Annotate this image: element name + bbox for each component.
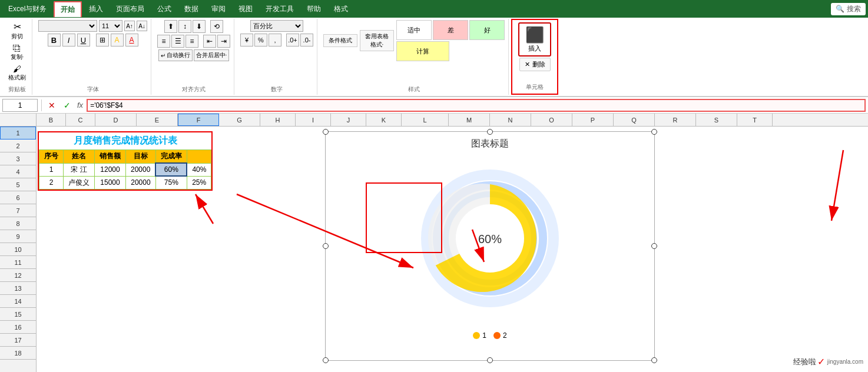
cut-button[interactable]: ✂ 剪切 xyxy=(9,20,25,42)
row-hdr-13[interactable]: 13 xyxy=(0,282,36,295)
align-bottom-button[interactable]: ⬇ xyxy=(193,20,206,33)
format-painter-button[interactable]: 🖌 格式刷 xyxy=(6,63,28,83)
cell-r2-target[interactable]: 20000 xyxy=(126,176,156,189)
row-hdr-1[interactable]: 1 xyxy=(0,127,36,140)
col-header-N[interactable]: N xyxy=(490,114,531,126)
chart-handle-br[interactable] xyxy=(651,357,657,363)
style-normal[interactable]: 适中 xyxy=(396,20,432,40)
chart-handle-tm[interactable] xyxy=(487,129,493,135)
row-hdr-6[interactable]: 6 xyxy=(0,191,36,204)
font-size-increase-button[interactable]: A↑ xyxy=(124,21,135,31)
align-top-button[interactable]: ⬆ xyxy=(164,20,177,33)
insert-big-button[interactable]: ⬛ 插入 xyxy=(518,22,551,57)
tab-format[interactable]: 格式 xyxy=(328,2,354,16)
indent-inc-button[interactable]: ⇥ xyxy=(217,35,230,48)
font-size-select[interactable]: 11 xyxy=(99,20,122,32)
tab-data[interactable]: 数据 xyxy=(178,2,204,16)
col-header-I[interactable]: I xyxy=(296,114,331,126)
merge-center-button[interactable]: 合并后居中· xyxy=(194,49,230,61)
row-hdr-16[interactable]: 16 xyxy=(0,321,36,334)
percent-button[interactable]: % xyxy=(254,34,267,46)
cell-r2-rate[interactable]: 75% xyxy=(155,176,187,189)
cell-r1-sales[interactable]: 12000 xyxy=(95,163,126,176)
tab-review[interactable]: 审阅 xyxy=(206,2,231,16)
col-header-S[interactable]: S xyxy=(696,114,737,126)
row-hdr-2[interactable]: 2 xyxy=(0,140,36,152)
decrease-decimal-button[interactable]: .0- xyxy=(300,34,313,46)
underline-button[interactable]: U xyxy=(77,34,90,46)
font-size-decrease-button[interactable]: A↓ xyxy=(137,21,147,31)
col-header-M[interactable]: M xyxy=(449,114,490,126)
increase-decimal-button[interactable]: .0+ xyxy=(286,34,299,46)
chart-handle-bl[interactable] xyxy=(323,357,329,363)
col-header-L[interactable]: L xyxy=(402,114,449,126)
col-header-H[interactable]: H xyxy=(260,114,296,126)
conditional-format-button[interactable]: 条件格式 xyxy=(323,34,357,47)
formula-cancel-button[interactable]: ✕ xyxy=(45,99,58,112)
fill-color-button[interactable]: A xyxy=(111,34,124,46)
chart-handle-tl[interactable] xyxy=(323,129,329,135)
col-header-F[interactable]: F xyxy=(178,114,219,126)
cell-r1-num[interactable]: 1 xyxy=(39,163,64,176)
italic-button[interactable]: I xyxy=(62,34,75,46)
tab-formula[interactable]: 公式 xyxy=(151,2,177,16)
cell-r2-extra[interactable]: 25% xyxy=(187,176,211,189)
tab-home[interactable]: 开始 xyxy=(54,1,82,17)
cell-r1-target[interactable]: 20000 xyxy=(126,163,156,176)
row-hdr-5[interactable]: 5 xyxy=(0,178,36,191)
font-color-button[interactable]: A xyxy=(125,34,138,46)
formula-input[interactable] xyxy=(87,99,866,112)
auto-wrap-button[interactable]: ↵ 自动换行 xyxy=(158,49,193,61)
row-hdr-17[interactable]: 17 xyxy=(0,334,36,347)
number-format-select[interactable]: 百分比 xyxy=(250,20,303,32)
row-hdr-9[interactable]: 9 xyxy=(0,230,36,243)
delete-button[interactable]: ✕ 删除 xyxy=(519,58,551,71)
col-header-C[interactable]: C xyxy=(66,114,95,126)
col-header-P[interactable]: P xyxy=(572,114,614,126)
col-header-J[interactable]: J xyxy=(331,114,366,126)
align-right-button[interactable]: ≡ xyxy=(185,35,198,48)
row-hdr-18[interactable]: 18 xyxy=(0,347,36,360)
col-header-D[interactable]: D xyxy=(95,114,137,126)
cell-r1-extra[interactable]: 40% xyxy=(187,163,211,176)
chart-handle-bm[interactable] xyxy=(487,357,493,363)
cell-r1-name[interactable]: 宋 江 xyxy=(64,163,95,176)
bold-button[interactable]: B xyxy=(48,34,61,46)
align-middle-button[interactable]: ↕ xyxy=(178,20,191,33)
tab-insert[interactable]: 插入 xyxy=(83,2,109,16)
row-hdr-3[interactable]: 3 xyxy=(0,152,36,165)
cell-r2-name[interactable]: 卢俊义 xyxy=(64,176,95,189)
col-header-R[interactable]: R xyxy=(655,114,696,126)
tab-excel-finance[interactable]: Excel与财务 xyxy=(2,2,52,16)
col-header-B[interactable]: B xyxy=(37,114,66,126)
align-center-button[interactable]: ☰ xyxy=(171,35,184,48)
row-hdr-10[interactable]: 10 xyxy=(0,243,36,256)
col-header-E[interactable]: E xyxy=(137,114,178,126)
row-hdr-11[interactable]: 11 xyxy=(0,256,36,269)
cell-r2-sales[interactable]: 15000 xyxy=(95,176,126,189)
border-button[interactable]: ⊞ xyxy=(96,34,109,46)
row-hdr-7[interactable]: 7 xyxy=(0,204,36,217)
cell-r2-num[interactable]: 2 xyxy=(39,176,64,189)
tab-page-layout[interactable]: 页面布局 xyxy=(110,2,150,16)
row-hdr-14[interactable]: 14 xyxy=(0,295,36,308)
tab-help[interactable]: 帮助 xyxy=(301,2,327,16)
row-hdr-8[interactable]: 8 xyxy=(0,217,36,230)
row-hdr-12[interactable]: 12 xyxy=(0,269,36,282)
row-hdr-4[interactable]: 4 xyxy=(0,165,36,178)
style-bad[interactable]: 差 xyxy=(433,20,468,40)
align-left-button[interactable]: ≡ xyxy=(157,35,170,48)
style-good[interactable]: 好 xyxy=(469,20,505,40)
format-as-table-button[interactable]: 套用表格格式· xyxy=(360,30,394,51)
copy-button[interactable]: ⿻ 复制· xyxy=(8,42,26,62)
col-header-G[interactable]: G xyxy=(219,114,260,126)
style-calculate[interactable]: 计算 xyxy=(396,41,449,61)
indent-dec-button[interactable]: ⇤ xyxy=(203,35,216,48)
chart-handle-tr[interactable] xyxy=(651,129,657,135)
col-header-K[interactable]: K xyxy=(366,114,402,126)
chart-container[interactable]: 图表标题 60% xyxy=(325,131,655,361)
cell-r1-rate[interactable]: 60% xyxy=(155,163,187,176)
tab-developer[interactable]: 开发工具 xyxy=(260,2,300,16)
col-header-T[interactable]: T xyxy=(737,114,773,126)
col-header-O[interactable]: O xyxy=(531,114,572,126)
